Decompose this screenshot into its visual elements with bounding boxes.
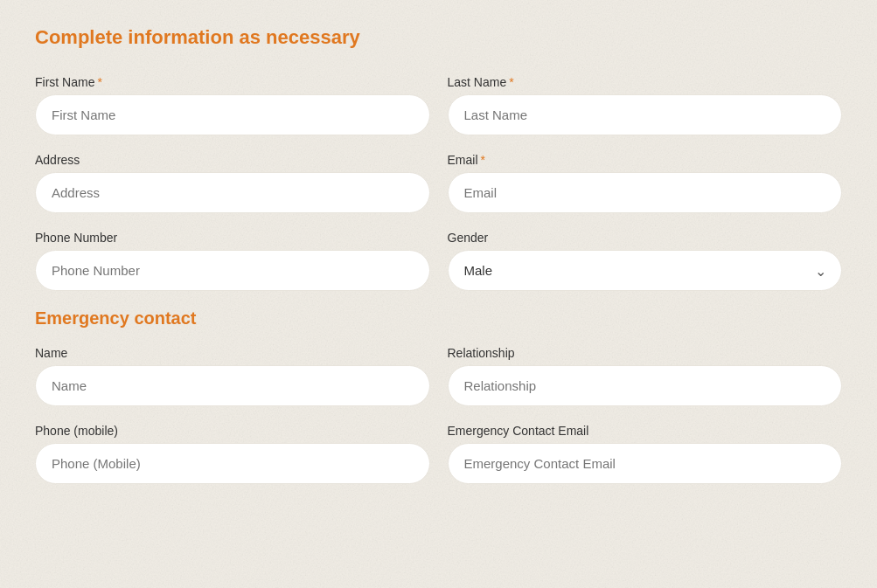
emergency-name-relationship-row: Name Relationship [35,346,842,406]
emergency-phone-input[interactable] [35,443,430,484]
first-name-label: First Name* [35,75,430,89]
emergency-phone-group: Phone (mobile) [35,424,430,484]
phone-group: Phone Number [35,231,430,291]
email-required-star: * [481,153,485,167]
gender-label: Gender [448,231,843,245]
address-email-row: Address Email* [35,153,842,213]
name-row: First Name* Last Name* [35,75,842,135]
phone-label: Phone Number [35,231,430,245]
gender-select[interactable]: Male Female Other Prefer not to say [448,250,843,291]
personal-info-section: First Name* Last Name* Address Email* Ph… [35,75,842,291]
address-input[interactable] [35,172,430,213]
phone-gender-row: Phone Number Gender Male Female Other Pr… [35,231,842,291]
emergency-email-label: Emergency Contact Email [448,424,843,438]
last-name-input[interactable] [448,94,843,135]
gender-group: Gender Male Female Other Prefer not to s… [448,231,843,291]
first-name-group: First Name* [35,75,430,135]
first-name-input[interactable] [35,94,430,135]
last-name-required-star: * [509,75,513,89]
emergency-name-group: Name [35,346,430,406]
email-group: Email* [448,153,843,213]
relationship-input[interactable] [448,365,843,406]
email-input[interactable] [448,172,843,213]
emergency-section-title: Emergency contact [35,308,842,329]
emergency-phone-label: Phone (mobile) [35,424,430,438]
emergency-contact-section: Emergency contact Name Relationship Phon… [35,308,842,484]
last-name-group: Last Name* [448,75,843,135]
emergency-name-input[interactable] [35,365,430,406]
email-label: Email* [448,153,843,167]
last-name-label: Last Name* [448,75,843,89]
gender-select-wrapper: Male Female Other Prefer not to say ⌄ [448,250,843,291]
page-title: Complete information as necessary [35,26,842,49]
relationship-label: Relationship [448,346,843,360]
emergency-email-input[interactable] [448,443,843,484]
phone-input[interactable] [35,250,430,291]
first-name-required-star: * [97,75,101,89]
relationship-group: Relationship [448,346,843,406]
address-label: Address [35,153,430,167]
emergency-name-label: Name [35,346,430,360]
address-group: Address [35,153,430,213]
emergency-email-group: Emergency Contact Email [448,424,843,484]
emergency-phone-email-row: Phone (mobile) Emergency Contact Email [35,424,842,484]
